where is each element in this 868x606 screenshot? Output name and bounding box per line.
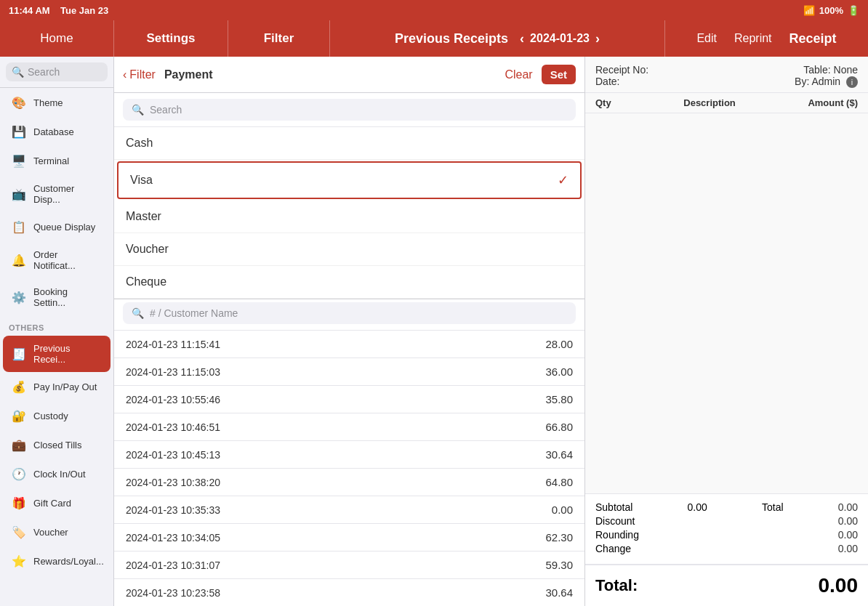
table-row[interactable]: 2024-01-23 10:38:20 64.80 bbox=[114, 469, 584, 496]
by-value: Admin bbox=[811, 76, 840, 87]
payment-tab[interactable]: Payment bbox=[164, 68, 213, 81]
rewards-label: Rewards/Loyal... bbox=[33, 556, 104, 567]
others-section-label: OTHERS bbox=[0, 316, 113, 335]
database-icon: 💾 bbox=[12, 125, 26, 139]
voucher-icon: 🏷️ bbox=[12, 525, 26, 539]
dropdown-item-visa[interactable]: Visa ✓ bbox=[117, 161, 582, 199]
home-nav-item[interactable]: Home bbox=[0, 20, 114, 57]
sidebar-item-closed-tills[interactable]: 💼 Closed Tills bbox=[3, 431, 110, 459]
sidebar-item-customer-display[interactable]: 📺 Customer Disp... bbox=[3, 176, 110, 212]
subtotal-value: 0.00 bbox=[688, 501, 707, 513]
dropdown-search-icon: 🔍 bbox=[132, 104, 144, 116]
clear-button[interactable]: Clear bbox=[505, 68, 532, 81]
receipt-column-headers: Qty Description Amount ($) bbox=[585, 93, 868, 113]
sidebar-item-clock-in-out[interactable]: 🕐 Clock In/Out bbox=[3, 460, 110, 488]
set-button[interactable]: Set bbox=[542, 65, 576, 84]
sidebar-item-booking[interactable]: ⚙️ Booking Settin... bbox=[3, 279, 110, 315]
prev-receipts-label: Previous Recei... bbox=[33, 343, 102, 365]
settings-label: Settings bbox=[146, 31, 195, 46]
pay-in-out-icon: 💰 bbox=[12, 380, 26, 394]
clock-in-out-icon: 🕐 bbox=[12, 467, 26, 481]
gift-card-icon: 🎁 bbox=[12, 496, 26, 510]
sidebar-item-previous-receipts[interactable]: 🧾 Previous Recei... bbox=[3, 336, 110, 372]
grand-total-value: 0.00 bbox=[819, 574, 859, 597]
table-row[interactable]: 2024-01-23 10:55:46 35.80 bbox=[114, 386, 584, 413]
dropdown-item-voucher[interactable]: Voucher bbox=[114, 233, 584, 266]
visa-checkmark: ✓ bbox=[558, 172, 568, 188]
nav-bar: Home Settings Filter Previous Receipts ‹… bbox=[0, 20, 868, 57]
table-value: None bbox=[834, 64, 858, 76]
rounding-label: Rounding bbox=[595, 529, 639, 541]
queue-display-label: Queue Display bbox=[33, 222, 95, 233]
receipt-by-row: By: Admin i bbox=[795, 76, 858, 88]
table-row[interactable]: 2024-01-23 11:15:03 36.00 bbox=[114, 358, 584, 386]
sidebar-search-box[interactable]: 🔍 Search bbox=[6, 62, 108, 81]
dropdown-item-cash[interactable]: Cash bbox=[114, 127, 584, 160]
payment-dropdown: 🔍 Search Cash Visa ✓ Master Voucher Cheq… bbox=[114, 93, 584, 299]
dropdown-item-cheque[interactable]: Cheque bbox=[114, 266, 584, 299]
sidebar-item-theme[interactable]: 🎨 Theme bbox=[3, 89, 110, 117]
receipt-no-label: Receipt No: bbox=[595, 64, 648, 76]
voucher-label: Voucher bbox=[33, 527, 68, 538]
sidebar-item-order-notif[interactable]: 🔔 Order Notificat... bbox=[3, 242, 110, 278]
dropdown-search-area: 🔍 Search bbox=[114, 93, 584, 127]
edit-button[interactable]: Edit bbox=[696, 32, 717, 45]
filter-label: Filter bbox=[264, 31, 294, 46]
dropdown-search-placeholder: Search bbox=[150, 104, 182, 116]
sidebar-item-pay-in-out[interactable]: 💰 Pay In/Pay Out bbox=[3, 373, 110, 401]
receipt-search-box[interactable]: 🔍 # / Customer Name bbox=[123, 302, 576, 324]
table-row[interactable]: 2024-01-23 10:46:51 66.80 bbox=[114, 413, 584, 441]
amount-header: Amount ($) bbox=[808, 97, 858, 108]
receipt-search-placeholder: # / Customer Name bbox=[150, 307, 238, 319]
dropdown-item-master[interactable]: Master bbox=[114, 201, 584, 233]
search-placeholder: Search bbox=[28, 66, 60, 78]
reprint-button[interactable]: Reprint bbox=[734, 32, 772, 45]
receipt-date-row: Date: bbox=[595, 76, 648, 87]
receipt-date-label: Date: bbox=[595, 76, 619, 87]
receipt-search-icon: 🔍 bbox=[132, 307, 144, 319]
chevron-left-icon: ‹ bbox=[123, 68, 126, 81]
receipt-title: Receipt bbox=[789, 31, 837, 47]
sidebar-item-queue-display[interactable]: 📋 Queue Display bbox=[3, 213, 110, 241]
closed-tills-icon: 💼 bbox=[12, 438, 26, 452]
sidebar-item-gift-card[interactable]: 🎁 Gift Card bbox=[3, 489, 110, 517]
table-row[interactable]: 2024-01-23 10:35:33 0.00 bbox=[114, 496, 584, 524]
search-icon: 🔍 bbox=[12, 66, 24, 78]
info-icon[interactable]: i bbox=[846, 76, 858, 88]
table-row[interactable]: 2024-01-23 10:34:05 62.30 bbox=[114, 524, 584, 552]
closed-tills-label: Closed Tills bbox=[33, 440, 81, 451]
next-date-arrow[interactable]: › bbox=[595, 31, 600, 47]
status-time: 11:44 AM Tue Jan 23 bbox=[9, 5, 108, 16]
grand-total-label: Total: bbox=[595, 576, 638, 595]
subtotal-label: Subtotal bbox=[595, 501, 632, 513]
qty-header: Qty bbox=[595, 97, 611, 108]
sidebar-item-database[interactable]: 💾 Database bbox=[3, 118, 110, 146]
table-row[interactable]: 2024-01-23 10:23:58 30.64 bbox=[114, 579, 584, 606]
cheque-label: Cheque bbox=[126, 275, 166, 288]
rounding-row: Rounding 0.00 bbox=[595, 529, 858, 541]
battery-icon: 🔋 bbox=[848, 5, 859, 16]
rounding-value: 0.00 bbox=[838, 529, 858, 541]
table-row[interactable]: 2024-01-23 11:15:41 28.00 bbox=[114, 331, 584, 358]
pay-in-out-label: Pay In/Pay Out bbox=[33, 381, 97, 392]
day-display: Tue Jan 23 bbox=[60, 5, 108, 16]
sidebar-item-terminal[interactable]: 🖥️ Terminal bbox=[3, 147, 110, 175]
time-display: 11:44 AM bbox=[9, 5, 50, 16]
order-notif-icon: 🔔 bbox=[12, 254, 26, 267]
filter-back-button[interactable]: ‹ Filter bbox=[123, 68, 156, 81]
home-label: Home bbox=[40, 31, 73, 46]
sidebar-item-voucher[interactable]: 🏷️ Voucher bbox=[3, 518, 110, 546]
dropdown-search-box[interactable]: 🔍 Search bbox=[123, 99, 576, 121]
sidebar-item-rewards[interactable]: ⭐ Rewards/Loyal... bbox=[3, 547, 110, 575]
battery-level: 100% bbox=[819, 5, 843, 16]
table-row[interactable]: 2024-01-23 10:45:13 30.64 bbox=[114, 441, 584, 469]
filter-nav-item[interactable]: Filter bbox=[228, 20, 330, 57]
table-row[interactable]: 2024-01-23 10:31:07 59.30 bbox=[114, 552, 584, 579]
prev-date-arrow[interactable]: ‹ bbox=[520, 31, 524, 47]
sidebar-item-custody[interactable]: 🔐 Custody bbox=[3, 402, 110, 430]
voucher-label: Voucher bbox=[126, 243, 169, 256]
settings-nav-item[interactable]: Settings bbox=[114, 20, 228, 57]
receipt-meta-right: Table: None By: Admin i bbox=[795, 64, 858, 88]
discount-value: 0.00 bbox=[838, 515, 858, 527]
status-indicators: 📶 100% 🔋 bbox=[803, 5, 859, 16]
